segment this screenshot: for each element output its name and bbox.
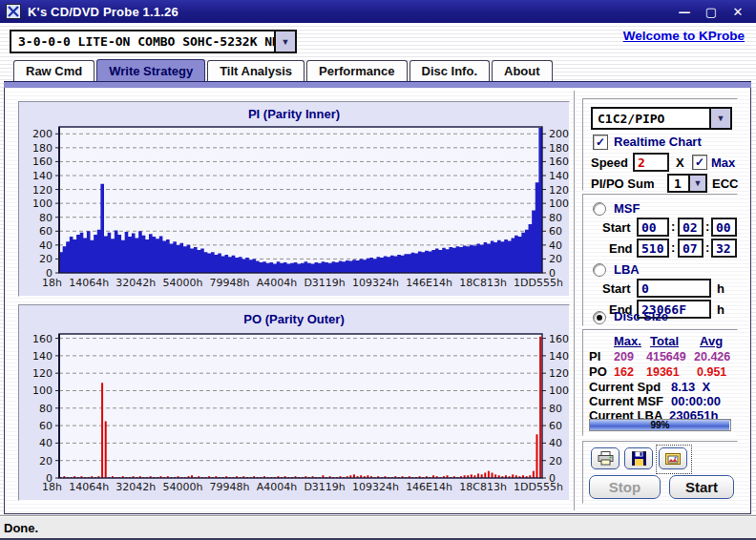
print-button[interactable]: [591, 447, 620, 469]
po-chart-plot: 0020204040606080801001001201201401401601…: [19, 332, 573, 486]
svg-text:100: 100: [32, 384, 52, 397]
chevron-down-icon[interactable]: ▼: [688, 176, 705, 191]
realtime-chart-label: Realtime Chart: [614, 135, 702, 149]
x-tick-label: 1DD555h: [514, 481, 563, 493]
stat-header-max: Max.: [614, 334, 641, 348]
current-spd-label: Current Spd: [589, 380, 661, 394]
ecc-label: ECC: [712, 177, 738, 191]
disc-size-radio[interactable]: [593, 311, 606, 324]
tab-raw-cmd[interactable]: Raw Cmd: [13, 60, 94, 81]
close-button[interactable]: ✕: [727, 3, 748, 20]
msf-colon: :: [705, 219, 709, 234]
x-tick-label: A4004h: [257, 481, 298, 493]
pipo-sum-select[interactable]: 1 ▼: [667, 174, 707, 193]
msf-colon: :: [705, 240, 709, 255]
mode-select[interactable]: C1C2/PIPO ▼: [591, 107, 732, 130]
minimize-button[interactable]: —: [674, 3, 695, 20]
svg-text:100: 100: [32, 197, 52, 210]
lba-start-unit: h: [717, 281, 724, 296]
svg-text:0: 0: [46, 267, 52, 277]
tab-page-top-band: [4, 81, 751, 88]
pi-chart-title: PI (Parity Inner): [19, 107, 569, 121]
lba-start-input[interactable]: [637, 279, 711, 298]
save-icon: [632, 451, 646, 466]
pipo-sum-value: 1: [669, 176, 688, 191]
start-button[interactable]: Start: [669, 475, 734, 499]
msf-start-frame[interactable]: [711, 218, 737, 237]
x-tick-label: 18C813h: [459, 277, 507, 289]
save-button[interactable]: [624, 447, 653, 469]
svg-text:160: 160: [549, 156, 569, 168]
x-tick-label: 146E14h: [406, 481, 452, 493]
svg-text:100: 100: [549, 197, 569, 210]
msf-start-sec[interactable]: [678, 218, 704, 237]
tab-performance[interactable]: Performance: [306, 60, 407, 81]
x-tick-label: 14064h: [69, 481, 109, 493]
chevron-down-icon[interactable]: ▼: [709, 109, 730, 128]
svg-text:140: 140: [549, 350, 569, 363]
vertical-divider: [574, 91, 576, 510]
progress-bar: 99%: [589, 419, 731, 431]
current-spd-value: 8.13 X: [671, 380, 710, 394]
svg-text:120: 120: [549, 184, 569, 197]
msf-colon: :: [671, 219, 675, 234]
tab-about[interactable]: About: [492, 60, 553, 81]
mode-select-value: C1C2/PIPO: [593, 109, 709, 128]
x-tick-label: 146E14h: [406, 277, 452, 289]
scan-range-group: MSF Start : : End : : LBA Start h End h …: [582, 194, 738, 326]
scan-mode-group: C1C2/PIPO ▼ ✓ Realtime Chart Speed X ✓ M…: [582, 98, 738, 191]
x-tick-label: 18h: [42, 277, 62, 289]
pi-avg: 20.426: [694, 350, 730, 363]
svg-text:60: 60: [39, 420, 52, 432]
svg-text:180: 180: [32, 142, 52, 155]
progress-bar-label: 99%: [590, 420, 730, 431]
svg-text:40: 40: [549, 239, 562, 252]
tab-disc-info[interactable]: Disc Info.: [410, 60, 491, 81]
tab-tilt-analysis[interactable]: Tilt Analysis: [207, 60, 304, 81]
svg-text:40: 40: [39, 239, 52, 252]
pi-chart-panel: PI (Parity Inner) 0020204040606080801001…: [18, 101, 570, 297]
x-tick-label: 1DD555h: [514, 277, 563, 289]
po-avg: 0.951: [697, 365, 726, 379]
msf-start-min[interactable]: [637, 218, 669, 237]
chevron-down-icon[interactable]: ▼: [274, 31, 295, 52]
lba-radio[interactable]: [593, 263, 606, 277]
pi-chart-x-labels: 18h14064h32042h54000h79948hA4004hD3119h1…: [42, 277, 563, 289]
save-image-button[interactable]: [659, 447, 687, 469]
msf-radio[interactable]: [593, 202, 606, 216]
msf-end-min[interactable]: [637, 239, 669, 258]
svg-text:140: 140: [32, 350, 52, 363]
po-chart-panel: PO (Parity Outer) 0020204040606080801001…: [18, 304, 570, 501]
welcome-link[interactable]: Welcome to KProbe: [623, 29, 745, 43]
x-tick-label: 54000h: [162, 481, 202, 493]
max-speed-checkbox[interactable]: ✓: [692, 155, 707, 170]
title-bar: K's CD/DVD Probe 1.1.26 — ▢ ✕: [0, 0, 756, 23]
svg-text:100: 100: [549, 384, 569, 397]
msf-label: MSF: [614, 201, 640, 216]
x-tick-label: 32042h: [116, 481, 156, 493]
lba-start-label: Start: [602, 281, 631, 296]
svg-text:120: 120: [549, 367, 569, 380]
maximize-button[interactable]: ▢: [701, 3, 722, 20]
msf-end-frame[interactable]: [711, 239, 737, 258]
actions-group: Stop Start: [582, 441, 738, 504]
drive-select-value: 3-0-0-0 LITE-ON COMBO SOHC-5232K NK07: [11, 31, 274, 52]
svg-text:60: 60: [39, 225, 52, 238]
print-icon: [598, 451, 614, 466]
realtime-chart-checkbox[interactable]: ✓: [593, 135, 608, 150]
x-tick-label: 14064h: [69, 277, 109, 289]
x-tick-label: 109324h: [352, 481, 399, 493]
drive-select[interactable]: 3-0-0-0 LITE-ON COMBO SOHC-5232K NK07 ▼: [10, 30, 297, 53]
msf-end-sec[interactable]: [678, 239, 704, 258]
save-image-icon: [665, 452, 681, 466]
tab-write-strategy[interactable]: Write Strategy: [96, 59, 205, 81]
stop-button[interactable]: Stop: [589, 475, 661, 499]
svg-text:40: 40: [39, 437, 52, 449]
svg-text:80: 80: [549, 212, 562, 224]
svg-text:160: 160: [549, 333, 569, 345]
speed-input[interactable]: [633, 153, 669, 172]
pi-chart-plot: 0020204040606080801001001201201401401601…: [19, 125, 573, 280]
tab-bar: Raw Cmd Write Strategy Tilt Analysis Per…: [13, 60, 555, 81]
x-tick-label: A4004h: [257, 277, 298, 289]
window-title: K's CD/DVD Probe 1.1.26: [28, 5, 178, 19]
